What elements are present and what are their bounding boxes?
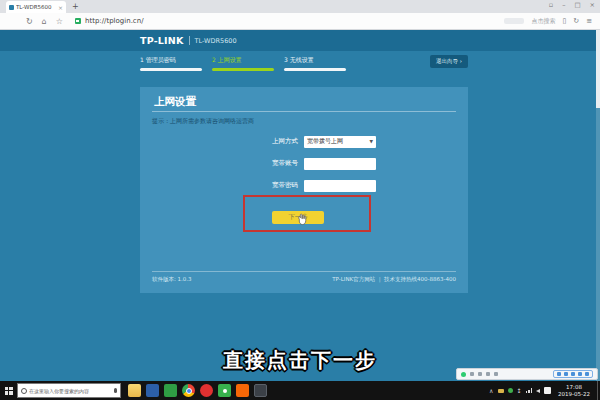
tray-security-icon[interactable]	[508, 388, 513, 393]
step-admin-password: 1 管理员密码	[140, 56, 202, 71]
recorder-tool-icon[interactable]	[478, 372, 482, 376]
draw-tool-icon[interactable]	[571, 372, 575, 376]
speaker-icon[interactable]	[536, 389, 540, 393]
chevron-down-icon: ▼	[370, 139, 373, 144]
taskbar-apps	[128, 384, 267, 397]
taskbar-clock[interactable]: 17:08 2019-05-22	[558, 384, 590, 398]
window-controls: ▫ – □ ×	[549, 1, 595, 9]
taskbar: 在这里输入你要搜索的内容 ∧ ↕ 17:08 2019-05-22	[0, 381, 600, 400]
panel-footer: 软件版本: 1.0.3 TP-LINK官方网站 ｜ 技术支持热线400-8863…	[152, 271, 456, 283]
form-row-account: 宽带账号	[140, 157, 468, 170]
app-icon-blue[interactable]	[146, 384, 159, 397]
menu-icon[interactable]: ≡	[586, 17, 592, 25]
home-icon[interactable]: ⌂	[42, 17, 47, 26]
system-tray: ∧ ↕ 17:08 2019-05-22	[489, 381, 600, 400]
page-scrollbar[interactable]	[596, 30, 600, 381]
panel-hint: 提示：上网所需参数请咨询网络运营商	[152, 117, 254, 126]
maximize-button[interactable]: □	[574, 1, 580, 9]
tplink-logo: TP-LINK	[140, 35, 184, 46]
toolbar-extension-chip[interactable]	[504, 18, 524, 24]
connection-type-select[interactable]: 宽带拨号上网 ▼	[304, 136, 376, 148]
software-version: 软件版本: 1.0.3	[152, 276, 192, 283]
recorder-tool-icon[interactable]	[470, 372, 474, 376]
microphone-icon[interactable]	[114, 388, 117, 393]
tray-folder-icon[interactable]	[498, 389, 504, 393]
phone-sync-icon[interactable]: ▯	[562, 17, 566, 25]
broadband-account-input[interactable]	[304, 158, 376, 170]
new-tab-button[interactable]: +	[72, 2, 79, 11]
clock-time: 17:08	[558, 384, 590, 391]
site-safety-icon	[75, 18, 81, 24]
step-progress-bar	[212, 68, 274, 71]
close-button[interactable]: ×	[590, 1, 595, 9]
exit-wizard-button[interactable]: 退出向导 ›	[430, 55, 468, 68]
taskbar-search-box[interactable]: 在这里输入你要搜索的内容	[17, 383, 121, 398]
step-internet-settings: 2 上网设置	[212, 56, 274, 71]
support-links[interactable]: TP-LINK官方网站 ｜ 技术支持热线400-8863-400	[332, 276, 456, 283]
toolbar-search-box[interactable]: 点击搜索	[531, 17, 555, 26]
internet-settings-form: 上网方式 宽带拨号上网 ▼ 宽带账号 宽带密码	[140, 135, 468, 201]
browser-tabstrip: TL-WDR5600 × + ▫ – □ ×	[0, 0, 600, 13]
tab-favicon-icon	[9, 5, 14, 10]
record-dot-icon[interactable]	[461, 372, 466, 377]
app-icon-red[interactable]	[200, 384, 213, 397]
taskbar-search-placeholder: 在这里输入你要搜索的内容	[29, 388, 112, 394]
form-row-password: 宽带密码	[140, 179, 468, 192]
recorder-tool-icon[interactable]	[486, 372, 490, 376]
chrome-icon[interactable]	[182, 384, 195, 397]
tray-expand-icon[interactable]: ∧	[489, 387, 493, 394]
address-bar[interactable]: http://tplogin.cn/	[85, 17, 144, 25]
network-icon[interactable]	[526, 388, 533, 393]
tray-updown-icon[interactable]: ↕	[517, 387, 522, 394]
draw-tool-icon[interactable]	[564, 372, 568, 376]
windows-logo-icon	[5, 387, 13, 395]
title-divider	[152, 111, 456, 112]
panel-title: 上网设置	[154, 95, 196, 109]
start-button[interactable]	[0, 381, 17, 400]
step-wireless-settings: 3 无线设置	[284, 56, 346, 71]
scrollbar-thumb[interactable]	[596, 30, 600, 108]
cursor-hand-icon	[297, 213, 308, 226]
cortana-icon	[21, 388, 27, 394]
tab-close-icon[interactable]: ×	[58, 4, 63, 11]
file-explorer-icon[interactable]	[128, 384, 141, 397]
broadband-password-input[interactable]	[304, 180, 376, 192]
minimize-button[interactable]: –	[562, 1, 565, 9]
clock-date: 2019-05-22	[558, 391, 590, 398]
step-progress-bar	[284, 68, 346, 71]
app-icon-dark[interactable]	[254, 384, 267, 397]
recorder-draw-tools	[553, 370, 593, 378]
screen-recorder-toolbar	[456, 368, 598, 380]
step-progress-bar	[140, 68, 202, 71]
recorder-tool-icon[interactable]	[494, 372, 498, 376]
draw-tool-icon[interactable]	[578, 372, 582, 376]
wizard-steps: 1 管理员密码 2 上网设置 3 无线设置	[140, 56, 346, 71]
router-setup-page: TP-LINK TL-WDR5600 1 管理员密码 2 上网设置 3 无线设置…	[0, 30, 600, 381]
broadband-password-label: 宽带密码	[232, 181, 298, 190]
refresh-icon[interactable]: ↻	[26, 17, 33, 26]
tab-title: TL-WDR5600	[16, 4, 52, 10]
browser-toolbar: ↻ ⌂ ☆ http://tplogin.cn/ 点击搜索 ▯ ↻ ≡	[0, 13, 600, 30]
toolbar-right: 点击搜索 ▯ ↻ ≡	[504, 17, 600, 26]
form-row-connection-type: 上网方式 宽带拨号上网 ▼	[140, 135, 468, 148]
draw-tool-icon[interactable]	[557, 372, 561, 376]
router-model: TL-WDR5600	[195, 37, 237, 45]
screen: TL-WDR5600 × + ▫ – □ × ↻ ⌂ ☆ http://tplo…	[0, 0, 600, 400]
ime-icon[interactable]	[544, 387, 551, 394]
favorite-star-icon[interactable]: ☆	[56, 17, 63, 26]
app-icon-green-circle[interactable]	[218, 384, 231, 397]
app-icon-orange[interactable]	[236, 384, 249, 397]
connection-type-value: 宽带拨号上网	[307, 137, 343, 146]
app-icon-green[interactable]	[164, 384, 177, 397]
widget-icon[interactable]: ▫	[549, 1, 553, 9]
browser-tab[interactable]: TL-WDR5600 ×	[6, 1, 66, 13]
connection-type-label: 上网方式	[232, 137, 298, 146]
history-icon[interactable]: ↻	[573, 17, 579, 25]
internet-settings-panel: 上网设置 提示：上网所需参数请咨询网络运营商 上网方式 宽带拨号上网 ▼ 宽带账…	[140, 87, 468, 293]
broadband-account-label: 宽带账号	[232, 159, 298, 168]
logo-divider	[189, 36, 190, 45]
page-header: TP-LINK TL-WDR5600	[0, 30, 600, 51]
draw-tool-icon[interactable]	[585, 372, 589, 376]
